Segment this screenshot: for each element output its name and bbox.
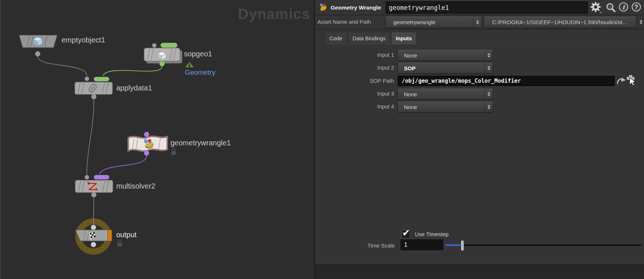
geometrywrangle1-input-connector[interactable]	[144, 132, 149, 137]
asset-divider	[315, 29, 644, 30]
svg-text:?: ?	[634, 4, 638, 10]
time-scale-input[interactable]	[401, 239, 443, 250]
label-geometry-output[interactable]: Geometry	[185, 68, 215, 77]
input3-value: None	[398, 91, 485, 97]
input1-value: None	[398, 52, 485, 59]
sopgeo1-output-connector[interactable]	[159, 61, 165, 66]
node-multisolver2[interactable]	[75, 175, 113, 197]
use-timestep-label: Use Timestep	[415, 231, 449, 237]
input3-label: Input 3	[317, 90, 394, 97]
label-emptyobject1: emptyobject1	[62, 36, 105, 44]
output-output-connector[interactable]	[91, 242, 96, 247]
time-scale-slider-handle[interactable]	[461, 240, 464, 251]
tab-data-bindings[interactable]: Data Bindings	[348, 32, 390, 45]
applydata1-input-connector[interactable]	[85, 77, 89, 81]
time-scale-label: Time Scale	[317, 242, 395, 249]
wire-applydata1-multisolver2[interactable]	[87, 99, 94, 175]
sop-path-label: SOP Path	[317, 78, 394, 84]
asset-path-value: C:/PROGRA~1/SIDEEF~1/HOUDIN~1.590/houdin…	[484, 19, 636, 25]
asset-name-value: geometrywrangle	[386, 19, 473, 25]
applydata1-output-connector[interactable]	[91, 94, 96, 99]
panel-bottom-strip	[315, 264, 644, 279]
tab-code[interactable]: Code	[325, 32, 347, 45]
multisolver2-input-connector[interactable]	[85, 175, 89, 179]
asset-path-dropdown[interactable]: C:/PROGRA~1/SIDEEF~1/HOUDIN~1.590/houdin…	[484, 16, 636, 28]
output-lock-icon	[117, 240, 122, 246]
houdini-window: Dynamics	[0, 0, 644, 279]
applydata1-green-flag[interactable]	[94, 77, 109, 81]
input4-value: None	[398, 104, 485, 110]
checkmark-icon: ✔	[402, 227, 410, 238]
geometry-render-icon	[185, 62, 194, 67]
input3-menu[interactable]: None	[398, 89, 493, 100]
asset-path-spinner[interactable]	[637, 18, 644, 26]
label-multisolver2: multisolver2	[116, 182, 155, 190]
wire-geometrywrangle1-multisolver2[interactable]	[99, 156, 147, 174]
node-name-input[interactable]	[386, 1, 588, 14]
input1-menu[interactable]: None	[398, 50, 493, 61]
asset-name-dropdown[interactable]: geometrywrangle	[386, 16, 482, 28]
label-applydata1: applydata1	[116, 84, 152, 92]
input2-label: Input 2	[317, 64, 394, 71]
parameter-panel: Geometry Wrangle i	[315, 0, 644, 264]
geometrywrangle1-lock-icon	[171, 149, 176, 155]
input1-label: Input 1	[317, 52, 394, 58]
node-applydata1[interactable]	[75, 77, 113, 99]
wire-multisolver2-output[interactable]	[93, 197, 94, 224]
sop-path-input[interactable]	[398, 76, 615, 86]
search-icon[interactable]	[605, 2, 617, 14]
asset-name-spinner[interactable]	[473, 17, 481, 27]
input3-spinner[interactable]	[485, 89, 493, 99]
label-output: output	[116, 231, 137, 239]
output-orange-flag[interactable]	[108, 230, 112, 241]
jump-to-operator-icon[interactable]	[617, 77, 627, 86]
wire-sopgeo1-applydata1[interactable]	[103, 66, 162, 76]
use-timestep-checkbox[interactable]: ✔	[401, 230, 410, 239]
time-scale-slider-track[interactable]	[445, 245, 641, 246]
node-emptyobject1[interactable]	[19, 35, 57, 56]
input1-spinner[interactable]	[485, 50, 493, 60]
input4-menu[interactable]: None	[398, 101, 493, 112]
tab-groove	[315, 44, 644, 45]
tab-inputs[interactable]: Inputs	[391, 32, 417, 45]
input2-menu[interactable]: SOP	[398, 63, 493, 74]
wrangle-node-icon	[318, 2, 328, 13]
time-scale-slider-fill	[445, 244, 463, 246]
input2-spinner[interactable]	[485, 63, 493, 73]
network-graph-canvas	[0, 0, 315, 279]
sopgeo1-green-flag[interactable]	[161, 43, 177, 48]
info-icon[interactable]: i	[618, 2, 629, 13]
help-icon[interactable]: ?	[631, 2, 642, 13]
label-sopgeo1: sopgeo1	[184, 50, 212, 58]
network-editor[interactable]: Dynamics	[0, 0, 315, 279]
multisolver2-output-connector[interactable]	[91, 192, 96, 197]
asset-name-path-label: Asset Name and Path	[317, 19, 380, 25]
sopgeo1-input-connector[interactable]	[152, 43, 157, 48]
emptyobject1-output-connector[interactable]	[35, 51, 40, 56]
node-sopgeo1[interactable]	[144, 43, 182, 66]
multisolver2-purple-flag[interactable]	[94, 175, 109, 179]
panel-tabs: Code Data Bindings Inputs	[325, 32, 416, 45]
label-geometrywrangle1: geometrywrangle1	[170, 139, 231, 147]
select-operator-icon[interactable]	[627, 75, 641, 90]
header-divider	[315, 15, 644, 15]
geometrywrangle1-output-connector[interactable]	[144, 150, 149, 156]
input4-label: Input 4	[317, 103, 394, 109]
output-input-connector[interactable]	[91, 225, 96, 230]
gear-menu-icon[interactable]	[590, 1, 603, 14]
node-geometrywrangle1[interactable]	[128, 132, 167, 156]
wire-emptyobject1-applydata1[interactable]	[38, 56, 87, 76]
panel-title: Geometry Wrangle	[331, 4, 381, 11]
input4-spinner[interactable]	[485, 102, 493, 112]
input2-value: SOP	[398, 65, 485, 71]
